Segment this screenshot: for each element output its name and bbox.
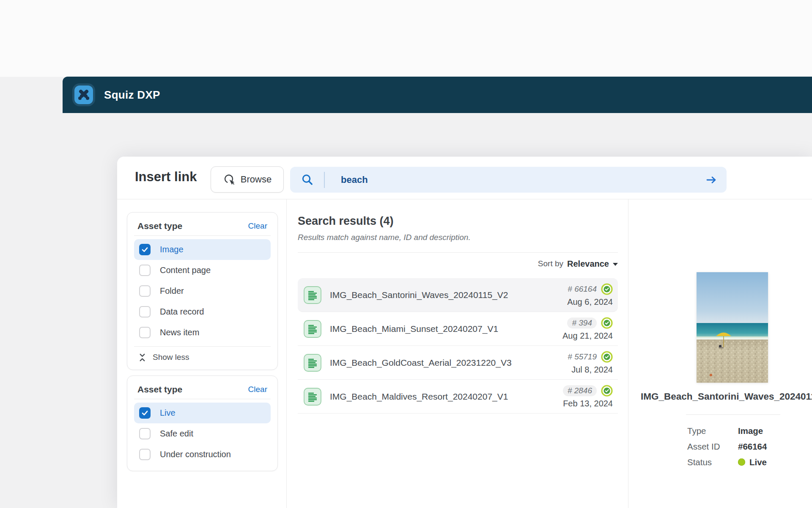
result-name: IMG_Beach_Miami_Sunset_20240207_V1 bbox=[330, 324, 554, 334]
result-list: IMG_Beach_Santorini_Waves_20240115_V2 # … bbox=[298, 278, 618, 414]
arrow-right-icon bbox=[705, 173, 718, 187]
app-header: Squiz DXP bbox=[63, 77, 812, 113]
filter-item-label: Folder bbox=[160, 286, 184, 296]
browse-button-label: Browse bbox=[241, 174, 272, 185]
sort-dropdown[interactable]: Relevance bbox=[567, 259, 618, 269]
sort-dropdown-value: Relevance bbox=[567, 259, 609, 269]
browse-button[interactable]: Browse bbox=[211, 166, 284, 193]
result-row[interactable]: IMG_Beach_Santorini_Waves_20240115_V2 # … bbox=[298, 278, 618, 312]
detail-row-type: Type Image bbox=[687, 423, 767, 439]
search-input[interactable] bbox=[325, 174, 702, 185]
detail-label: Asset ID bbox=[687, 442, 738, 452]
status-filter-card: Asset type Clear Live Safe ed bbox=[127, 375, 278, 471]
filter-item-safe-edit[interactable]: Safe edit bbox=[134, 423, 271, 444]
checkbox-icon[interactable] bbox=[139, 285, 151, 297]
squiz-logo-icon bbox=[74, 86, 93, 104]
sort-by-label: Sort by bbox=[538, 259, 563, 268]
insert-link-dialog: Insert link Browse bbox=[117, 157, 812, 508]
detail-row-status: Status Live bbox=[687, 454, 767, 470]
show-less-toggle[interactable]: Show less bbox=[134, 346, 271, 364]
live-check-badge-icon bbox=[601, 351, 613, 363]
filters-sidebar: Asset type Clear Image Conten bbox=[117, 199, 287, 508]
asset-preview-image bbox=[697, 272, 768, 383]
detail-value: Image bbox=[738, 426, 763, 436]
filter-item-image[interactable]: Image bbox=[134, 239, 271, 260]
live-status-dot-icon bbox=[738, 458, 745, 466]
detail-value: #66164 bbox=[738, 442, 767, 452]
result-asset-id: # 55719 bbox=[568, 352, 597, 362]
app-title: Squiz DXP bbox=[104, 88, 160, 102]
detail-label: Status bbox=[687, 457, 738, 467]
checkbox-icon[interactable] bbox=[139, 265, 151, 276]
collapse-icon bbox=[138, 353, 146, 362]
result-asset-id: # 66164 bbox=[568, 284, 597, 294]
checkbox-checked-icon[interactable] bbox=[139, 407, 151, 419]
browse-target-icon bbox=[223, 173, 236, 186]
asset-type-filter-card: Asset type Clear Image Conten bbox=[127, 212, 278, 370]
result-date: Aug 6, 2024 bbox=[567, 297, 613, 307]
results-subtitle: Results match against name, ID and descr… bbox=[298, 233, 618, 242]
filter-item-under-construction[interactable]: Under construction bbox=[134, 444, 271, 465]
result-name: IMG_Beach_Santorini_Waves_20240115_V2 bbox=[330, 290, 559, 300]
document-icon bbox=[304, 286, 321, 304]
checkbox-checked-icon[interactable] bbox=[139, 244, 151, 255]
detail-row-asset-id: Asset ID #66164 bbox=[687, 439, 767, 454]
asset-detail-title: IMG_Beach_Santorini_Waves_20240115_V2 bbox=[641, 391, 812, 402]
result-name: IMG_Beach_GoldCoast_Aerial_20231220_V3 bbox=[330, 358, 559, 368]
dialog-header: Insert link Browse bbox=[117, 157, 812, 199]
result-asset-id: # 2846 bbox=[563, 385, 597, 396]
filter-item-content-page[interactable]: Content page bbox=[134, 260, 271, 281]
document-icon bbox=[304, 388, 321, 406]
live-check-badge-icon bbox=[601, 385, 613, 397]
dialog-title: Insert link bbox=[135, 169, 197, 185]
clear-filters-link[interactable]: Clear bbox=[248, 221, 267, 231]
filter-item-live[interactable]: Live bbox=[134, 403, 271, 423]
search-icon bbox=[300, 173, 315, 187]
clear-filters-link[interactable]: Clear bbox=[248, 385, 267, 394]
filter-item-label: Image bbox=[160, 245, 184, 254]
result-row[interactable]: IMG_Beach_Maldives_Resort_20240207_V1 # … bbox=[298, 380, 618, 414]
document-icon bbox=[304, 354, 321, 372]
result-asset-id: # 394 bbox=[567, 318, 597, 329]
result-row[interactable]: IMG_Beach_Miami_Sunset_20240207_V1 # 394 bbox=[298, 312, 618, 346]
checkbox-icon[interactable] bbox=[139, 449, 151, 460]
filter-item-folder[interactable]: Folder bbox=[134, 281, 271, 301]
filter-item-label: Content page bbox=[160, 265, 211, 275]
live-check-badge-icon bbox=[601, 283, 613, 295]
detail-label: Type bbox=[687, 426, 738, 436]
results-title: Search results (4) bbox=[298, 215, 618, 228]
filter-title: Asset type bbox=[137, 221, 182, 231]
asset-detail-panel: IMG_Beach_Santorini_Waves_20240115_V2 Ty… bbox=[628, 199, 812, 508]
result-date: Aug 21, 2024 bbox=[562, 331, 613, 341]
detail-value: Live bbox=[749, 457, 767, 467]
search-submit-button[interactable] bbox=[702, 171, 721, 189]
checkbox-icon[interactable] bbox=[139, 306, 151, 318]
live-check-badge-icon bbox=[601, 317, 613, 329]
result-row[interactable]: IMG_Beach_GoldCoast_Aerial_20231220_V3 #… bbox=[298, 346, 618, 380]
checkbox-icon[interactable] bbox=[139, 327, 151, 338]
document-icon bbox=[304, 320, 321, 338]
result-name: IMG_Beach_Maldives_Resort_20240207_V1 bbox=[330, 392, 554, 402]
result-date: Jul 8, 2024 bbox=[571, 365, 613, 375]
sort-caret-icon bbox=[613, 263, 618, 266]
filter-item-label: Safe edit bbox=[160, 429, 193, 439]
search-results-panel: Search results (4) Results match against… bbox=[287, 199, 628, 508]
filter-item-label: News item bbox=[160, 328, 199, 337]
filter-item-label: Data record bbox=[160, 307, 204, 317]
filter-item-label: Under construction bbox=[160, 450, 231, 459]
checkbox-icon[interactable] bbox=[139, 428, 151, 439]
filter-item-label: Live bbox=[160, 408, 176, 418]
asset-search-bar[interactable] bbox=[290, 167, 727, 193]
show-less-label: Show less bbox=[153, 353, 189, 362]
filter-title: Asset type bbox=[137, 384, 182, 395]
filter-item-news-item[interactable]: News item bbox=[134, 322, 271, 343]
divider bbox=[686, 414, 780, 415]
result-date: Feb 13, 2024 bbox=[563, 399, 613, 409]
filter-item-data-record[interactable]: Data record bbox=[134, 301, 271, 322]
